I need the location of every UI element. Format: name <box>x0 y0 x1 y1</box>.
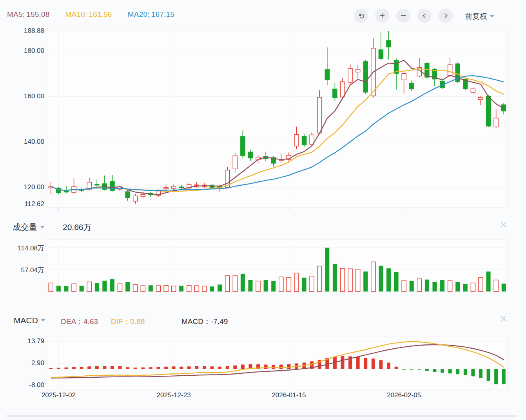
undo-button[interactable] <box>354 9 368 23</box>
macd-bar <box>425 369 429 371</box>
macd-axis-label: 13.79 <box>0 337 44 345</box>
date-axis-label: 2025-12-23 <box>146 391 201 399</box>
volume-bar <box>187 285 191 291</box>
macd-bar <box>64 368 68 369</box>
volume-bar <box>486 272 491 291</box>
macd-bar <box>57 368 60 369</box>
macd-indicator-dropdown[interactable]: MACD <box>14 316 45 325</box>
macd-bar <box>464 369 467 375</box>
volume-close-button[interactable] <box>499 220 509 230</box>
plus-icon <box>379 13 385 19</box>
volume-bar <box>141 286 145 291</box>
macd-bar <box>264 365 268 369</box>
macd-bar <box>126 367 129 369</box>
volume-bar <box>179 286 183 291</box>
candle-body <box>241 136 245 156</box>
macd-bar <box>203 366 206 369</box>
volume-bar <box>72 284 76 291</box>
volume-bar <box>448 281 452 291</box>
volume-bar <box>356 269 360 291</box>
candle-body <box>494 118 498 127</box>
ma5-legend: MA5:155.08 <box>7 10 51 19</box>
macd-bar <box>180 367 183 369</box>
macd-bar <box>172 366 176 369</box>
volume-bar <box>241 274 245 291</box>
zoom-out-button[interactable] <box>396 9 410 23</box>
zoom-in-button[interactable] <box>375 9 389 23</box>
horizontal-scrollbar[interactable] <box>6 415 518 417</box>
volume-bar <box>256 281 260 291</box>
ma20-legend: MA20:167.15 <box>128 10 176 19</box>
volume-bar <box>64 286 68 291</box>
close-icon <box>500 315 508 324</box>
panel-backgrounds <box>47 28 508 390</box>
candle-body <box>448 65 452 76</box>
volume-bar <box>302 278 307 291</box>
volume-bar <box>87 282 91 291</box>
chart-toolbar <box>354 9 453 23</box>
macd-value: -7.49 <box>211 317 228 326</box>
volume-bar <box>279 277 283 291</box>
volume-bar <box>56 286 61 291</box>
macd-axis-label: 2.90 <box>0 359 44 367</box>
macd-bar <box>417 369 421 370</box>
candle-body <box>95 185 99 185</box>
ma5-label: MA5: <box>7 10 25 18</box>
volume-bar <box>156 286 160 291</box>
volume-bar <box>49 283 53 291</box>
ma5-value: 155.08 <box>26 10 49 18</box>
volume-indicator-dropdown[interactable]: 成交量 <box>13 222 44 233</box>
volume-bar <box>164 285 168 291</box>
volume-bar <box>402 281 406 291</box>
macd-bar <box>441 369 444 373</box>
macd-bar <box>49 368 53 369</box>
candle-body <box>410 83 414 89</box>
volume-bar <box>440 280 444 291</box>
volume-bar <box>494 280 498 291</box>
candle-body <box>172 186 176 188</box>
dea-label: DEA： <box>61 317 83 326</box>
macd-bar <box>341 356 344 369</box>
adjust-mode-dropdown[interactable]: 前复权 <box>465 11 494 22</box>
adjust-mode-label: 前复权 <box>465 11 487 22</box>
macd-bar <box>502 369 506 384</box>
minus-icon <box>400 13 406 19</box>
volume-bar <box>194 286 199 291</box>
volume-bar <box>172 286 176 291</box>
macd-axis-label: -8.00 <box>0 381 44 389</box>
ma-legend-row: MA5:155.08 MA10:161.56 MA20:167.15 <box>7 10 176 19</box>
candle-body <box>348 69 352 82</box>
macd-hist-legend: MACD：-7.49 <box>181 317 228 327</box>
macd-bar <box>218 367 221 369</box>
candle-body <box>356 69 360 72</box>
macd-bar <box>372 358 375 369</box>
macd-bar <box>287 364 290 369</box>
macd-bar <box>448 369 452 373</box>
macd-bar <box>210 366 214 369</box>
chevron-down-icon <box>490 15 494 18</box>
candle-body <box>486 96 491 126</box>
candle-body <box>302 136 307 145</box>
candle-body <box>279 160 283 161</box>
volume-bar <box>225 276 230 291</box>
macd-dif-legend: DIF：0.88 <box>111 317 145 327</box>
macd-bar <box>156 367 160 369</box>
macd-bar <box>118 366 122 369</box>
ma10-value: 161.56 <box>89 10 112 18</box>
pan-left-button[interactable] <box>417 9 432 23</box>
macd-title: MACD <box>14 316 38 325</box>
volume-bar <box>310 276 314 291</box>
macd-close-button[interactable] <box>499 314 509 324</box>
candle-body <box>141 194 145 197</box>
ma20-label: MA20: <box>128 10 150 18</box>
macd-bar <box>149 367 152 369</box>
volume-bar <box>218 284 222 291</box>
macd-bar <box>479 369 482 378</box>
volume-bar <box>125 282 130 291</box>
macd-bar <box>241 365 245 369</box>
volume-bar <box>248 280 252 291</box>
volume-bar <box>95 283 99 291</box>
pan-right-button[interactable] <box>439 9 453 23</box>
volume-bar <box>386 268 391 291</box>
macd-bar <box>272 365 275 369</box>
